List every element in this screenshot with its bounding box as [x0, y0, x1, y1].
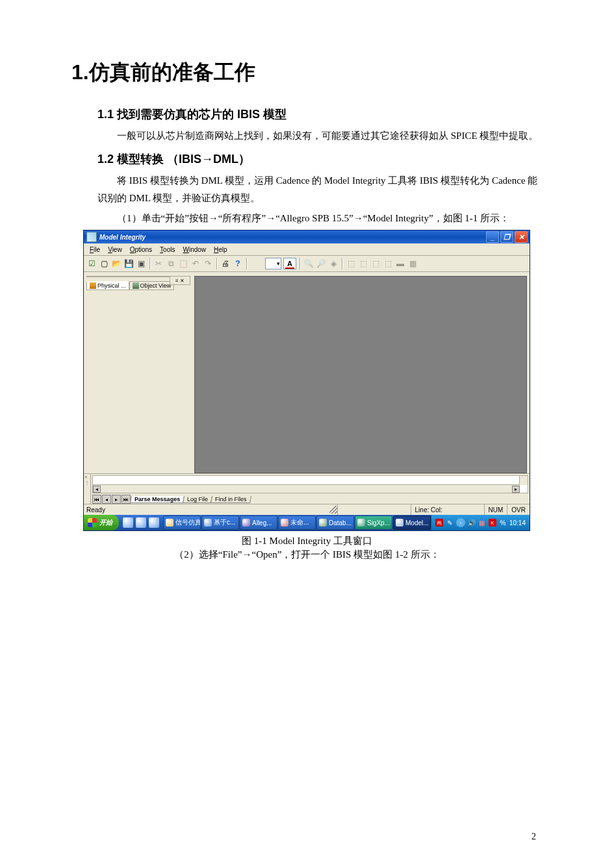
allegro-icon — [242, 519, 250, 527]
window-title: Model Integrity — [99, 234, 146, 241]
log-nav-first[interactable]: ⏮ — [92, 495, 101, 504]
taskbar-item-doc[interactable]: 基于c... — [201, 515, 239, 530]
tab-find-in-files[interactable]: Find in Files — [211, 496, 251, 503]
taskbar-item-database[interactable]: Datab... — [316, 515, 354, 530]
tray-clock[interactable]: 10:14 — [509, 519, 526, 527]
tool-icon-6: ▦ — [407, 258, 418, 269]
status-num: NUM — [484, 504, 507, 515]
tray-network-icon[interactable]: ▦ — [478, 519, 486, 527]
status-bar: Ready Line: Col: NUM OVR — [84, 504, 530, 515]
database-icon — [319, 519, 327, 527]
app-icon — [86, 232, 97, 242]
taskbar-item-untitled[interactable]: 未命... — [278, 515, 316, 530]
step-2-text: （2）选择“File”→“Open”，打开一个 IBIS 模型如图 1-2 所示… — [71, 549, 543, 561]
content-area — [194, 276, 527, 473]
tool-icon-1: ⬚ — [346, 258, 356, 269]
close-button[interactable]: ✕ — [515, 231, 528, 243]
new-icon[interactable]: ▢ — [99, 258, 109, 269]
log-nav-last[interactable]: ⏭ — [122, 495, 131, 504]
status-line-col: Line: Col: — [411, 504, 484, 515]
page-number: 2 — [531, 832, 536, 842]
cut-icon: ✂ — [153, 258, 164, 269]
status-empty-1 — [337, 504, 411, 515]
minimize-button[interactable]: _ — [486, 231, 499, 243]
log-nav-next[interactable]: ▸ — [112, 495, 121, 504]
log-tabs: ⏮ ◂ ▸ ⏭ Parse Messages Log File Find in … — [91, 495, 530, 504]
taskbar-item-folder[interactable]: 信号仿真 — [163, 515, 201, 530]
scroll-left-button[interactable]: ◂ — [93, 486, 101, 493]
section-1-1-paragraph: 一般可以从芯片制造商网站上找到，如果没有，可能要通过其它途径获得如从 SPICE… — [97, 127, 543, 145]
tray-chinese-icon[interactable]: 画 — [435, 519, 443, 527]
menu-options[interactable]: Options — [127, 245, 155, 254]
quick-launch-desktop-icon[interactable] — [136, 517, 146, 528]
tray-shield-icon[interactable]: K — [489, 519, 496, 527]
taskbar-item-sigxp[interactable]: SigXp... — [355, 515, 392, 530]
log-scrollbar-horizontal[interactable]: ◂ ▸ — [93, 484, 520, 493]
tray-volume-icon[interactable]: 🔊 — [468, 519, 476, 527]
windows-taskbar: 开始 信号仿真 基于c... Alleg... — [84, 515, 530, 530]
tab-physical[interactable]: Physical ... — [86, 281, 129, 290]
save-all-icon[interactable]: ▣ — [136, 258, 146, 269]
tray-expand-icon[interactable]: ‹ — [456, 518, 465, 527]
tray-misc-icon[interactable]: % — [499, 519, 507, 527]
section-1-2-paragraph-2: （1）单击“开始”按钮→“所有程序”→“Allegro SPB 15.5”→“M… — [97, 210, 543, 227]
panel-drag-handle[interactable]: ≡ ✕ — [170, 276, 190, 285]
tool-icon-4: ⬚ — [383, 258, 393, 269]
sigxp-icon — [357, 519, 365, 527]
menu-file[interactable]: FFileile — [86, 245, 103, 254]
taskbar-item-label: 信号仿真 — [175, 518, 201, 527]
find-icon: 🔍 — [303, 258, 314, 269]
status-text: Ready — [84, 506, 327, 514]
side-panel: ≡ ✕ — [86, 276, 190, 277]
log-output: ◂ ▸ — [92, 475, 528, 493]
help-icon[interactable]: ? — [233, 258, 243, 269]
quick-launch-ie-icon[interactable] — [123, 517, 133, 528]
font-color-button[interactable]: A — [283, 258, 296, 269]
menu-tools[interactable]: Tools — [157, 245, 178, 254]
tool-icon-3: ⬚ — [370, 258, 381, 269]
figure-1-1-caption: 图 1-1 Model Integrity 工具窗口 — [71, 535, 543, 547]
print-icon[interactable]: 🖨 — [220, 258, 231, 269]
log-area: ×⋮ ◂ ▸ ⏮ ◂ ▸ ⏭ Parse Messages Log Fi — [84, 473, 530, 504]
start-button[interactable]: 开始 — [84, 515, 119, 530]
section-1-1-heading: 1.1 找到需要仿真的芯片的 IBIS 模型 — [97, 106, 543, 122]
taskbar-item-model[interactable]: Model... — [393, 515, 431, 530]
taskbar-item-label: 基于c... — [214, 518, 235, 527]
font-size-combo[interactable]: ▾ — [265, 258, 281, 269]
bookmark-icon: ◈ — [328, 258, 339, 269]
paint-icon — [281, 519, 288, 527]
tab-object-view-label: Object View — [140, 282, 172, 289]
toolbar: ☑ ▢ 📂 💾 ▣ ✂ ⧉ 📋 ↶ ↷ 🖨 ? ▾ A 🔍 🔎 ◈ ⬚ ⬚ — [84, 256, 530, 272]
menu-window[interactable]: Window — [179, 245, 209, 254]
log-nav-prev[interactable]: ◂ — [102, 495, 111, 504]
quick-launch-media-icon[interactable] — [149, 517, 159, 528]
scroll-right-button[interactable]: ▸ — [512, 486, 520, 493]
app-body: ≡ ✕ Physical ... Object View — [84, 272, 530, 473]
restore-button[interactable]: ❐ — [500, 231, 513, 243]
status-grip — [329, 506, 337, 514]
tab-log-file[interactable]: Log File — [183, 496, 212, 503]
tab-object-view[interactable]: Object View — [129, 282, 175, 290]
menu-bar: FFileile View Options Tools Window Help — [84, 243, 530, 256]
system-tray: 画 ✎ ‹ 🔊 ▦ K % 10:14 — [431, 515, 530, 530]
menu-view[interactable]: View — [105, 245, 125, 254]
taskbar-item-label: Model... — [405, 519, 429, 527]
undo-icon: ↶ — [190, 258, 201, 269]
log-drag-handle[interactable]: ×⋮ — [84, 474, 91, 504]
physical-icon — [90, 282, 96, 289]
paste-icon: 📋 — [178, 258, 188, 269]
tool-icon-2: ⬚ — [358, 258, 368, 269]
folder-icon — [166, 519, 173, 527]
taskbar-item-allegro[interactable]: Alleg... — [240, 515, 277, 530]
model-icon — [396, 519, 403, 527]
taskbar-item-label: SigXp... — [367, 519, 390, 527]
menu-help[interactable]: Help — [211, 245, 231, 254]
check-icon[interactable]: ☑ — [86, 258, 97, 269]
log-scrollbar-vertical[interactable] — [519, 476, 528, 485]
tab-parse-messages[interactable]: Parse Messages — [130, 496, 185, 503]
save-icon[interactable]: 💾 — [123, 258, 134, 269]
tool-icon-5: ▬ — [395, 258, 405, 269]
open-icon[interactable]: 📂 — [111, 258, 122, 269]
windows-flag-icon — [88, 518, 97, 527]
tray-pen-icon[interactable]: ✎ — [446, 519, 454, 527]
